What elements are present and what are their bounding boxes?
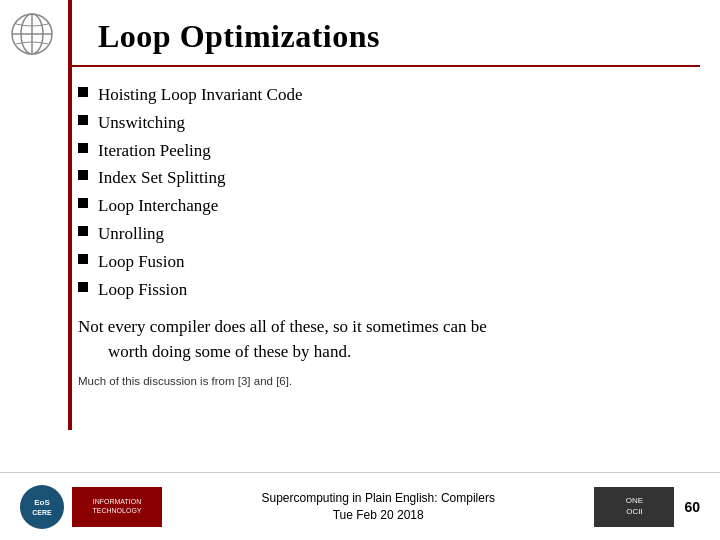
list-item: Index Set Splitting — [78, 166, 690, 190]
list-item: Loop Interchange — [78, 194, 690, 218]
left-accent-bar — [68, 0, 72, 430]
bullet-icon — [78, 115, 88, 125]
bullet-text: Loop Interchange — [98, 194, 218, 218]
globe-icon — [10, 12, 54, 56]
bullet-icon — [78, 254, 88, 264]
list-item: Loop Fusion — [78, 250, 690, 274]
eos-cere-logo: EoS CERE — [20, 485, 64, 529]
summary-text: Not every compiler does all of these, so… — [78, 315, 690, 364]
page-number: 60 — [684, 499, 700, 515]
bullet-icon — [78, 87, 88, 97]
bullet-icon — [78, 170, 88, 180]
content-area: Hoisting Loop Invariant Code Unswitching… — [0, 67, 720, 540]
svg-point-4 — [22, 487, 62, 527]
bullet-icon — [78, 282, 88, 292]
summary-line1: Not every compiler does all of these, so… — [78, 317, 487, 336]
list-item: Hoisting Loop Invariant Code — [78, 83, 690, 107]
bullet-text: Index Set Splitting — [98, 166, 226, 190]
footnote: Much of this discussion is from [3] and … — [78, 375, 690, 387]
bullet-list: Hoisting Loop Invariant Code Unswitching… — [78, 83, 690, 301]
svg-text:EoS: EoS — [34, 498, 50, 507]
footer-center: Supercomputing in Plain English: Compile… — [162, 490, 594, 524]
bullet-text: Unswitching — [98, 111, 185, 135]
bullet-text: Iteration Peeling — [98, 139, 211, 163]
summary-line2: worth doing some of these by hand. — [78, 340, 690, 365]
list-item: Loop Fission — [78, 278, 690, 302]
bullet-icon — [78, 198, 88, 208]
bullet-icon — [78, 226, 88, 236]
bullet-text: Unrolling — [98, 222, 164, 246]
title-area: Loop Optimizations — [68, 0, 700, 67]
footer-title-line1: Supercomputing in Plain English: Compile… — [162, 490, 594, 507]
svg-text:CERE: CERE — [32, 509, 52, 516]
bullet-text: Loop Fusion — [98, 250, 184, 274]
footer-logos-left: EoS CERE INFORMATIONTECHNOLOGY — [20, 485, 162, 529]
footer: EoS CERE INFORMATIONTECHNOLOGY Supercomp… — [0, 472, 720, 540]
list-item: Iteration Peeling — [78, 139, 690, 163]
footer-right: ONEOCII 60 — [594, 487, 700, 527]
list-item: Unswitching — [78, 111, 690, 135]
bullet-text: Loop Fission — [98, 278, 187, 302]
bullet-text: Hoisting Loop Invariant Code — [98, 83, 302, 107]
one-ocii-logo: ONEOCII — [594, 487, 674, 527]
bullet-icon — [78, 143, 88, 153]
slide: Loop Optimizations Hoisting Loop Invaria… — [0, 0, 720, 540]
footer-title-line2: Tue Feb 20 2018 — [162, 507, 594, 524]
slide-title: Loop Optimizations — [98, 18, 380, 55]
list-item: Unrolling — [78, 222, 690, 246]
ou-it-logo: INFORMATIONTECHNOLOGY — [72, 487, 162, 527]
